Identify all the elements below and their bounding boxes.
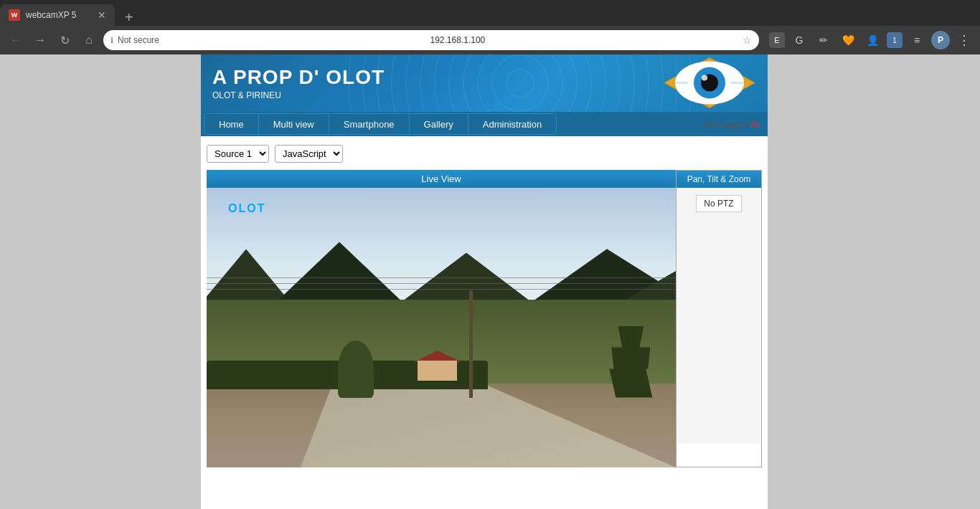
nav-administration[interactable]: Administration xyxy=(468,114,556,134)
source-select[interactable]: Source 1 Source 2 xyxy=(207,145,269,163)
chrome-extension-2[interactable]: ✏ xyxy=(814,30,834,50)
camera-label: OLOT xyxy=(228,202,265,215)
navigation-bar: Home Multi view Smartphone Gallery Admin… xyxy=(201,112,768,136)
security-icon: ℹ xyxy=(110,36,113,45)
camera-section: Live View xyxy=(207,170,762,467)
tree-left xyxy=(338,341,374,398)
toolbar-icons: E G ✏ 🧡 👤 1 ≡ P ⋮ xyxy=(769,30,974,50)
main-area: Source 1 Source 2 JavaScript Flash HTML5… xyxy=(201,136,768,476)
svg-point-4 xyxy=(702,75,707,81)
nav-home[interactable]: Home xyxy=(204,114,259,134)
tab-favicon: W xyxy=(9,9,20,21)
power-line-3 xyxy=(207,289,676,290)
chrome-extension-6[interactable]: ≡ xyxy=(907,30,927,50)
right-gutter xyxy=(768,54,980,509)
live-view-header: Live View xyxy=(207,170,676,188)
camera-feed: OLOT xyxy=(207,188,676,467)
site-header: A PROP D' OLOT OLOT & PIRINEU xyxy=(201,54,768,112)
tab-title: webcamXP 5 xyxy=(26,10,76,20)
chrome-extension-1[interactable]: G xyxy=(789,30,809,50)
browser-window: W webcamXP 5 ✕ + ← → ↻ ⌂ ℹ Not secure 19… xyxy=(0,0,980,509)
new-tab-button[interactable]: + xyxy=(121,9,138,26)
not-secure-label: Not secure xyxy=(118,35,426,45)
ptz-body: No PTZ xyxy=(677,188,761,444)
back-button[interactable]: ← xyxy=(6,30,26,50)
extensions-button[interactable]: E xyxy=(769,32,785,48)
active-tab[interactable]: W webcamXP 5 ✕ xyxy=(0,4,115,26)
tab-bar: W webcamXP 5 ✕ + xyxy=(0,0,980,26)
nav-smartphone[interactable]: Smartphone xyxy=(329,114,410,134)
home-button[interactable]: ⌂ xyxy=(79,30,99,50)
chrome-menu-button[interactable]: ⋮ xyxy=(954,30,974,50)
no-ptz-label: No PTZ xyxy=(696,195,741,212)
view-select[interactable]: JavaScript Flash HTML5 xyxy=(275,145,343,163)
site-title-wrap: A PROP D' OLOT OLOT & PIRINEU xyxy=(212,66,385,100)
chrome-extension-5[interactable]: 1 xyxy=(887,32,903,48)
bookmark-icon[interactable]: ☆ xyxy=(743,34,752,46)
source-row: Source 1 Source 2 JavaScript Flash HTML5 xyxy=(207,145,762,163)
address-bar: ← → ↻ ⌂ ℹ Not secure 192.168.1.100 ☆ E G… xyxy=(0,26,980,54)
utility-pole xyxy=(469,290,473,398)
chrome-extension-4[interactable]: 👤 xyxy=(862,30,882,50)
in-text: in xyxy=(750,119,759,130)
nav-links: Home Multi view Smartphone Gallery Admin… xyxy=(204,113,557,135)
power-line-2 xyxy=(207,283,676,284)
not-logged-in-text: Not logged xyxy=(703,119,751,130)
url-text: 192.168.1.100 xyxy=(430,35,739,45)
address-input[interactable]: ℹ Not secure 192.168.1.100 ☆ xyxy=(103,30,759,50)
house-body xyxy=(418,361,457,381)
site-title: A PROP D' OLOT xyxy=(212,66,385,89)
power-lines xyxy=(207,277,676,279)
reload-button[interactable]: ↻ xyxy=(55,30,75,50)
profile-avatar[interactable]: P xyxy=(931,31,950,49)
login-status: Not logged in xyxy=(703,119,765,130)
nav-gallery[interactable]: Gallery xyxy=(410,114,468,134)
house xyxy=(418,352,457,381)
ptz-header: Pan, Tilt & Zoom xyxy=(677,171,761,188)
chrome-extension-3[interactable]: 🧡 xyxy=(838,30,858,50)
nav-multiview[interactable]: Multi view xyxy=(259,114,329,134)
site-subtitle: OLOT & PIRINEU xyxy=(212,90,385,100)
forward-button[interactable]: → xyxy=(30,30,50,50)
page-content: A PROP D' OLOT OLOT & PIRINEU xyxy=(0,54,980,509)
page-body: A PROP D' OLOT OLOT & PIRINEU xyxy=(201,54,768,509)
ptz-panel: Pan, Tilt & Zoom No PTZ xyxy=(676,170,762,467)
eye-logo xyxy=(663,57,756,110)
live-view-container: Live View xyxy=(207,170,676,467)
tab-close-button[interactable]: ✕ xyxy=(98,9,106,21)
left-gutter xyxy=(0,54,201,509)
power-line-1 xyxy=(207,277,676,278)
